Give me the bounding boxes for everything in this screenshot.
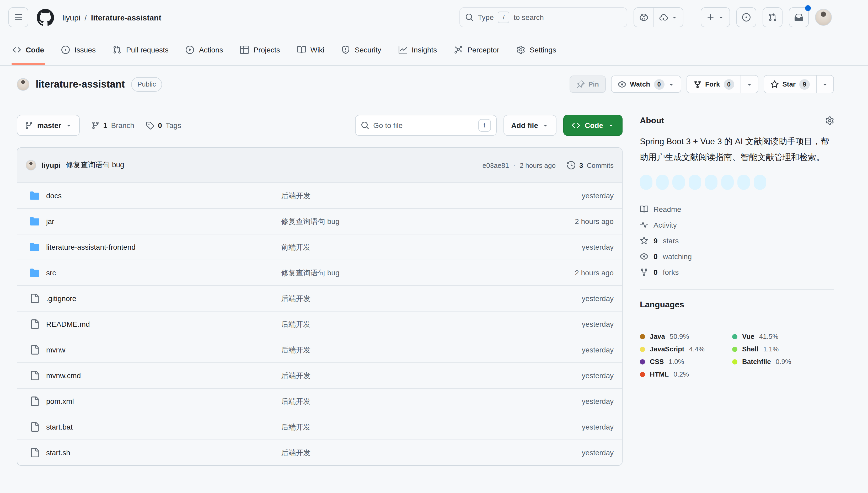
commit-author[interactable]: liyupi (41, 161, 61, 169)
file-commit-message[interactable]: 修复查询语句 bug (281, 217, 340, 225)
file-row[interactable]: README.md 后端开发 yesterday (17, 311, 622, 337)
commit-message[interactable]: 修复查询语句 bug (66, 160, 124, 170)
file-name-link[interactable]: src (46, 269, 56, 277)
repo-owner-avatar[interactable] (17, 78, 29, 90)
file-commit-message[interactable]: 后端开发 (281, 294, 310, 302)
repo-tab[interactable]: Issues (56, 35, 101, 65)
file-row[interactable]: start.sh 后端开发 yesterday (17, 440, 622, 465)
gear-icon[interactable] (826, 116, 834, 125)
file-commit-message[interactable]: 后端开发 (281, 423, 310, 431)
branch-selector[interactable]: master (17, 115, 80, 136)
file-commit-message[interactable]: 后端开发 (281, 448, 310, 456)
repo-tab[interactable]: Insights (393, 35, 442, 65)
file-row[interactable]: docs 后端开发 yesterday (17, 183, 622, 208)
repo-tab[interactable]: Pull requests (108, 35, 174, 65)
file-name-link[interactable]: jar (46, 217, 54, 226)
sidebar-meta-item[interactable]: 0 forks (640, 264, 834, 280)
file-name-link[interactable]: mvnw (46, 346, 65, 354)
file-commit-message[interactable]: 修复查询语句 bug (281, 268, 340, 277)
file-row[interactable]: mvnw.cmd 后端开发 yesterday (17, 362, 622, 388)
copilot-button[interactable] (634, 8, 653, 27)
file-row[interactable]: .gitignore 后端开发 yesterday (17, 285, 622, 311)
fork-dropdown[interactable] (740, 76, 758, 93)
file-row[interactable]: pom.xml 后端开发 yesterday (17, 388, 622, 414)
fork-button[interactable]: Fork 0 (687, 76, 740, 93)
repo-tab[interactable]: Security (337, 35, 387, 65)
file-commit-message[interactable]: 前端开发 (281, 242, 310, 251)
commit-author-avatar[interactable] (26, 160, 36, 170)
language-legend-item[interactable]: Java 50.9% (640, 333, 732, 340)
sidebar-meta-item[interactable]: 9 stars (640, 233, 834, 249)
repo-description: Spring Boot 3 + Vue 3 的 AI 文献阅读助手项目，帮助用户… (640, 134, 834, 165)
repo-tab[interactable]: Wiki (292, 35, 330, 65)
file-row[interactable]: mvnw 后端开发 yesterday (17, 337, 622, 362)
file-row[interactable]: src 修复查询语句 bug 2 hours ago (17, 260, 622, 285)
breadcrumb-owner[interactable]: liyupi (62, 13, 80, 22)
file-commit-message[interactable]: 后端开发 (281, 320, 310, 328)
file-row[interactable]: start.bat 后端开发 yesterday (17, 414, 622, 440)
topic-tag[interactable] (754, 175, 766, 190)
user-avatar[interactable] (815, 9, 832, 26)
topic-tag[interactable] (656, 175, 669, 190)
file-name-link[interactable]: start.sh (46, 448, 70, 457)
repo-tab-nav: Code Issues Pull requests Actions Projec… (0, 35, 868, 66)
repo-tab[interactable]: Projects (235, 35, 285, 65)
topic-tag[interactable] (672, 175, 685, 190)
file-commit-message[interactable]: 后端开发 (281, 371, 310, 380)
commit-history-link[interactable]: 3 Commits (567, 161, 614, 169)
repo-tab[interactable]: Perceptor (449, 35, 504, 65)
commit-hash[interactable]: e03ae81 (482, 161, 509, 169)
copilot-agent-dropdown[interactable] (653, 8, 683, 27)
language-legend-item[interactable]: HTML 0.2% (640, 370, 732, 378)
topic-tag[interactable] (689, 175, 701, 190)
language-legend-item[interactable]: JavaScript 4.4% (640, 345, 732, 353)
github-logo[interactable] (37, 9, 54, 26)
file-row[interactable]: literature-assistant-frontend 前端开发 yeste… (17, 234, 622, 260)
file-name-link[interactable]: mvnw.cmd (46, 371, 81, 380)
language-legend-item[interactable]: Shell 1.1% (732, 345, 834, 353)
go-to-file-input[interactable]: Go to file t (355, 115, 496, 136)
language-legend-item[interactable]: Vue 41.5% (732, 333, 834, 340)
sidebar-meta-item[interactable]: Readme (640, 201, 834, 217)
file-commit-message[interactable]: 后端开发 (281, 397, 310, 405)
star-button-group: Star 9 (763, 75, 834, 93)
repo-tab[interactable]: Settings (512, 35, 561, 65)
file-name-link[interactable]: literature-assistant-frontend (46, 243, 135, 251)
file-commit-message[interactable]: 后端开发 (281, 345, 310, 354)
sidebar-meta-item[interactable]: Activity (640, 217, 834, 233)
repo-tab[interactable]: Code (7, 35, 49, 65)
file-name-link[interactable]: README.md (46, 320, 90, 328)
breadcrumb-repo[interactable]: literature-assistant (91, 13, 161, 22)
issues-header-button[interactable] (736, 7, 756, 27)
add-file-button[interactable]: Add file (503, 115, 557, 136)
file-name-link[interactable]: pom.xml (46, 397, 74, 405)
repo-meta-list: Readme Activity 9 stars 0 watching 0 for… (640, 201, 834, 280)
topic-tag[interactable] (705, 175, 717, 190)
star-button[interactable]: Star 9 (764, 76, 816, 93)
language-legend-item[interactable]: CSS 1.0% (640, 358, 732, 366)
language-legend-item[interactable]: Batchfile 0.9% (732, 358, 834, 366)
file-name-link[interactable]: start.bat (46, 423, 73, 431)
branches-link[interactable]: 1 Branch (91, 121, 134, 130)
topic-tag[interactable] (721, 175, 734, 190)
file-name-link[interactable]: docs (46, 191, 62, 200)
pull-requests-header-button[interactable] (763, 7, 782, 27)
sidebar-meta-item[interactable]: 0 watching (640, 249, 834, 264)
code-button[interactable]: Code (563, 115, 623, 136)
create-new-dropdown[interactable] (701, 7, 730, 27)
page-title[interactable]: literature-assistant (36, 79, 125, 90)
repo-tab[interactable]: Actions (181, 35, 229, 65)
global-search-input[interactable]: Type / to search (459, 7, 627, 27)
file-name-link[interactable]: .gitignore (46, 294, 76, 303)
watch-button[interactable]: Watch 0 (611, 76, 681, 93)
pin-button[interactable]: Pin (569, 76, 606, 93)
hamburger-menu-button[interactable] (8, 7, 28, 27)
tags-link[interactable]: 0 Tags (146, 121, 181, 130)
file-commit-message[interactable]: 后端开发 (281, 191, 310, 199)
topic-tag[interactable] (737, 175, 750, 190)
notifications-inbox-button[interactable] (789, 7, 809, 27)
folder-icon (30, 217, 39, 226)
file-row[interactable]: jar 修复查询语句 bug 2 hours ago (17, 208, 622, 234)
topic-tag[interactable] (640, 175, 652, 190)
star-dropdown[interactable] (816, 76, 833, 93)
